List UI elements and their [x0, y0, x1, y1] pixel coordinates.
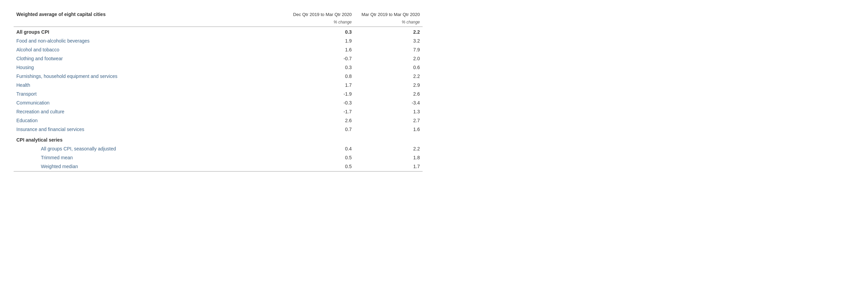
- cpi-table: Weighted average of eight capital cities…: [14, 10, 423, 172]
- table-row: Housing0.30.6: [14, 63, 423, 72]
- row-val1: 0.3: [286, 28, 354, 36]
- table-row: Clothing and footwear-0.72.0: [14, 54, 423, 63]
- row-val1: 2.6: [286, 116, 354, 125]
- row-label: All groups CPI, seasonally adjusted: [14, 144, 286, 153]
- table-row: All groups CPI, seasonally adjusted0.42.…: [14, 144, 423, 153]
- row-label: Alcohol and tobacco: [14, 45, 286, 54]
- row-val1: 0.7: [286, 125, 354, 134]
- table-row: Education2.62.7: [14, 116, 423, 125]
- row-val1: [286, 134, 354, 144]
- row-label: Education: [14, 116, 286, 125]
- table-row: Trimmed mean0.51.8: [14, 153, 423, 162]
- table-row: All groups CPI0.32.2: [14, 28, 423, 36]
- row-label: Health: [14, 81, 286, 90]
- row-val2: [354, 134, 423, 144]
- table-row: CPI analytical series: [14, 134, 423, 144]
- row-label: Weighted median: [14, 162, 286, 171]
- row-label: Communication: [14, 98, 286, 107]
- row-label: CPI analytical series: [14, 134, 286, 144]
- row-val1: -0.7: [286, 54, 354, 63]
- row-val1: 1.6: [286, 45, 354, 54]
- subheader-row: % change % change: [14, 18, 423, 27]
- row-val2: 2.6: [354, 90, 423, 98]
- row-val2: 1.3: [354, 107, 423, 116]
- table-row: Food and non-alcoholic beverages1.93.2: [14, 36, 423, 45]
- col2-header: Mar Qtr 2019 to Mar Qtr 2020: [354, 10, 423, 18]
- row-val2: 0.6: [354, 63, 423, 72]
- row-val2: 1.7: [354, 162, 423, 171]
- row-val1: -1.9: [286, 90, 354, 98]
- row-val2: 2.7: [354, 116, 423, 125]
- table-row: Recreation and culture-1.71.3: [14, 107, 423, 116]
- row-label: Transport: [14, 90, 286, 98]
- row-label: Trimmed mean: [14, 153, 286, 162]
- row-label: Food and non-alcoholic beverages: [14, 36, 286, 45]
- table-row: Transport-1.92.6: [14, 90, 423, 98]
- row-label: All groups CPI: [14, 28, 286, 36]
- row-val1: -1.7: [286, 107, 354, 116]
- col1-subheader: % change: [286, 18, 354, 27]
- row-val2: 2.9: [354, 81, 423, 90]
- table-row: Health1.72.9: [14, 81, 423, 90]
- row-label: Furnishings, household equipment and ser…: [14, 72, 286, 81]
- footer-divider: [14, 171, 423, 172]
- table-title-header: Weighted average of eight capital cities: [14, 10, 286, 18]
- row-val1: -0.3: [286, 98, 354, 107]
- table-row: Insurance and financial services0.71.6: [14, 125, 423, 134]
- col2-subheader: % change: [354, 18, 423, 27]
- table-row: Communication-0.3-3.4: [14, 98, 423, 107]
- row-val2: -3.4: [354, 98, 423, 107]
- col-label-subheader: [14, 18, 286, 27]
- header-row: Weighted average of eight capital cities…: [14, 10, 423, 18]
- table-row: Weighted median0.51.7: [14, 162, 423, 171]
- row-val2: 3.2: [354, 36, 423, 45]
- row-val1: 1.9: [286, 36, 354, 45]
- col1-header: Dec Qtr 2019 to Mar Qtr 2020: [286, 10, 354, 18]
- row-val2: 1.6: [354, 125, 423, 134]
- row-val2: 2.2: [354, 28, 423, 36]
- row-val1: 0.5: [286, 153, 354, 162]
- row-label: Housing: [14, 63, 286, 72]
- row-label: Recreation and culture: [14, 107, 286, 116]
- row-val1: 0.5: [286, 162, 354, 171]
- row-label: Clothing and footwear: [14, 54, 286, 63]
- row-label: Insurance and financial services: [14, 125, 286, 134]
- table-body: All groups CPI0.32.2Food and non-alcohol…: [14, 28, 423, 171]
- table-row: Alcohol and tobacco1.67.9: [14, 45, 423, 54]
- table-row: Furnishings, household equipment and ser…: [14, 72, 423, 81]
- row-val2: 2.2: [354, 72, 423, 81]
- row-val2: 1.8: [354, 153, 423, 162]
- row-val1: 1.7: [286, 81, 354, 90]
- row-val2: 2.0: [354, 54, 423, 63]
- table-container: Weighted average of eight capital cities…: [14, 10, 423, 172]
- row-val2: 7.9: [354, 45, 423, 54]
- row-val1: 0.4: [286, 144, 354, 153]
- row-val1: 0.8: [286, 72, 354, 81]
- row-val1: 0.3: [286, 63, 354, 72]
- row-val2: 2.2: [354, 144, 423, 153]
